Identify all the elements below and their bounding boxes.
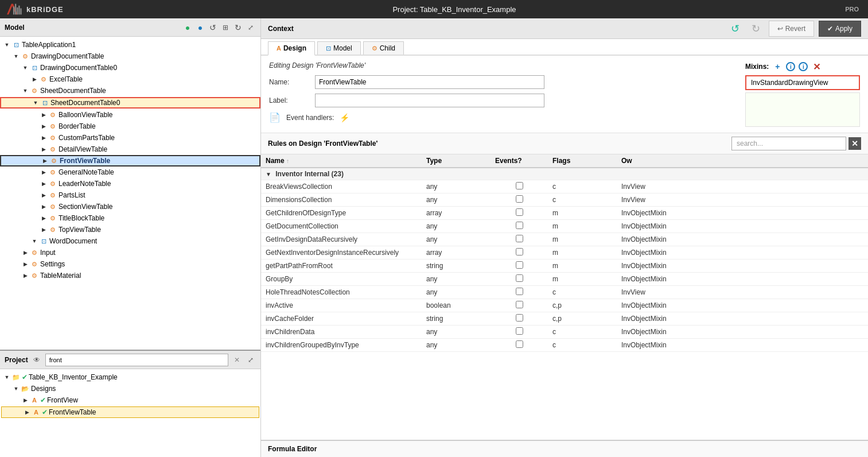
tree-item-worddocument[interactable]: ▼ ⊡ WordDocument — [0, 235, 260, 247]
events-checkbox[interactable] — [516, 274, 523, 282]
project-eye-icon[interactable]: 👁 — [32, 355, 42, 365]
events-checkbox[interactable] — [516, 235, 523, 242]
col-flags[interactable]: Flags — [548, 154, 617, 168]
expander-bvt[interactable]: ▶ — [39, 110, 48, 119]
tree-item-sheetdocumenttable[interactable]: ▼ ⚙ SheetDocumentTable — [0, 85, 260, 96]
rule-row-getnextinventordesigninstancerecursively[interactable]: GetNextInventorDesignInstanceRecursively… — [261, 246, 868, 260]
rule-row-getinvdesigndatarecursively[interactable]: GetInvDesignDataRecursively any m InvObj… — [261, 233, 868, 246]
revert-button[interactable]: ↩ Revert — [769, 21, 814, 37]
col-type[interactable]: Type — [422, 154, 491, 168]
model-icon-undo[interactable]: ↺ — [208, 22, 218, 33]
label-input[interactable] — [315, 94, 544, 107]
expander-svt[interactable]: ▶ — [39, 202, 48, 211]
model-icon-circle-green[interactable]: ● — [182, 22, 193, 33]
rules-search-input[interactable] — [731, 137, 846, 150]
expander-sdt[interactable]: ▼ — [21, 86, 30, 95]
rule-events-invcachefolder[interactable] — [491, 312, 548, 326]
rule-events-getinvdesigndatarecursively[interactable] — [491, 233, 548, 246]
tree-item-partslist[interactable]: ▶ ⚙ PartsList — [0, 189, 260, 201]
expander-fv2[interactable]: ▶ — [21, 396, 30, 405]
expander-designs[interactable]: ▼ — [11, 384, 21, 393]
tree-item-settings[interactable]: ▶ ⚙ Settings — [0, 258, 260, 270]
expander-et[interactable]: ▶ — [30, 75, 39, 84]
tree-item-exceltable[interactable]: ▶ ⚙ ExcelTable — [0, 73, 260, 85]
events-checkbox[interactable] — [516, 222, 523, 229]
tree-item-detailviewtable[interactable]: ▶ ⚙ DetailViewTable — [0, 144, 260, 155]
mixins-info2-button[interactable]: i — [799, 62, 808, 71]
tree-item-leadernotetable[interactable]: ▶ ⚙ LeaderNoteTable — [0, 178, 260, 189]
events-checkbox[interactable] — [516, 261, 523, 269]
redo-button[interactable]: ↻ — [748, 21, 764, 37]
expander-tvt[interactable]: ▶ — [39, 225, 48, 234]
expander-ta1[interactable]: ▼ — [2, 40, 11, 49]
rule-row-dimensionscollection[interactable]: DimensionsCollection any c InvView — [261, 193, 868, 207]
rule-events-invchildrengroupedbyinvtype[interactable] — [491, 339, 548, 352]
events-checkbox[interactable] — [516, 208, 523, 216]
rule-events-holethreadnotescollection[interactable] — [491, 286, 548, 299]
col-events[interactable]: Events? — [491, 154, 548, 168]
rule-row-invcachefolder[interactable]: invCacheFolder string c,p InvObjectMixin — [261, 312, 868, 326]
model-tree[interactable]: ▼ ⊡ TableApplication1 ▼ ⚙ DrawingDocumen… — [0, 37, 260, 350]
rule-events-getpartpathfromroot[interactable] — [491, 260, 548, 273]
mixins-delete-button[interactable]: ✕ — [811, 61, 822, 72]
tree-item-tablematerial[interactable]: ▶ ⚙ TableMaterial — [0, 270, 260, 281]
events-checkbox[interactable] — [516, 301, 523, 308]
expander-inp[interactable]: ▶ — [21, 248, 30, 257]
lightning-icon[interactable]: ⚡ — [340, 113, 349, 122]
rule-events-groupby[interactable] — [491, 273, 548, 286]
expander-set[interactable]: ▶ — [21, 260, 30, 269]
tree-item-frontview[interactable]: ▶ A ✔ FrontView — [0, 394, 260, 406]
rule-events-breakviewscollection[interactable] — [491, 180, 548, 193]
tree-item-designs-folder[interactable]: ▼ 📂 Designs — [0, 383, 260, 394]
model-icon-redo[interactable]: ↻ — [233, 22, 243, 33]
tree-item-generalnotetable[interactable]: ▶ ⚙ GeneralNoteTable — [0, 166, 260, 178]
rule-events-invactive[interactable] — [491, 299, 548, 312]
tree-item-topviewtable[interactable]: ▶ ⚙ TopViewTable — [0, 224, 260, 235]
project-expand-icon[interactable]: ⤢ — [246, 355, 256, 365]
col-name[interactable]: Name ↑ — [261, 154, 422, 168]
rule-events-getdocumentcollection[interactable] — [491, 220, 548, 233]
mixin-item-invstandarddrawingview[interactable]: InvStandardDrawingView — [745, 75, 860, 90]
tree-item-balloonviewtable[interactable]: ▶ ⚙ BalloonViewTable — [0, 109, 260, 121]
tree-item-tableapplication1[interactable]: ▼ ⊡ TableApplication1 — [0, 39, 260, 51]
rules-table-container[interactable]: Name ↑ Type Events? Flags Ow ▼ Inv — [261, 154, 868, 440]
events-checkbox[interactable] — [516, 248, 523, 255]
model-icon-expand[interactable]: ⤢ — [246, 22, 256, 33]
tree-item-titleblocktable[interactable]: ▶ ⚙ TitleBlockTable — [0, 212, 260, 224]
tree-item-frontviewtable[interactable]: ▶ ⚙ FrontViewTable — [0, 155, 260, 166]
name-input[interactable] — [315, 75, 544, 89]
expander-fvt[interactable]: ▶ — [40, 156, 49, 165]
rule-events-dimensionscollection[interactable] — [491, 193, 548, 207]
group-collapse-icon[interactable]: ▼ — [266, 171, 271, 177]
tree-item-frontviewtable-proj[interactable]: ▶ A ✔ FrontViewTable — [1, 406, 259, 418]
project-tree[interactable]: ▼ 📁 ✔ Table_KB_Inventor_Example ▼ 📂 Desi… — [0, 369, 260, 457]
events-checkbox[interactable] — [516, 327, 523, 335]
mixins-add-button[interactable]: + — [772, 61, 783, 72]
group-inventor-internal[interactable]: ▼ Inventor Internal (23) — [261, 168, 868, 180]
model-icon-grid[interactable]: ⊞ — [220, 22, 231, 33]
rule-row-getdocumentcollection[interactable]: GetDocumentCollection any m InvObjectMix… — [261, 220, 868, 233]
events-checkbox[interactable] — [516, 340, 523, 348]
project-clear-icon[interactable]: ✕ — [232, 355, 242, 365]
expander-cpt[interactable]: ▶ — [39, 133, 48, 142]
undo-button[interactable]: ↺ — [727, 21, 744, 37]
expander-tbt[interactable]: ▶ — [39, 214, 48, 223]
events-checkbox[interactable] — [516, 288, 523, 295]
model-icon-circle-blue[interactable]: ● — [195, 22, 205, 33]
rule-row-holethreadnotescollection[interactable]: HoleThreadNotesCollection any c InvView — [261, 286, 868, 299]
expander-lnt[interactable]: ▶ — [39, 179, 48, 188]
tab-design[interactable]: A Design — [268, 41, 315, 56]
rule-row-invchildrendata[interactable]: invChildrenData any c InvObjectMixin — [261, 326, 868, 339]
tree-item-project-root[interactable]: ▼ 📁 ✔ Table_KB_Inventor_Example — [0, 371, 260, 383]
expander-wd[interactable]: ▼ — [30, 237, 39, 246]
rule-row-invchildrengroupedbyinvtype[interactable]: invChildrenGroupedByInvType any c InvObj… — [261, 339, 868, 352]
tree-item-drawingdocumenttable[interactable]: ▼ ⚙ DrawingDocumentTable — [0, 51, 260, 62]
expander-pl[interactable]: ▶ — [39, 191, 48, 200]
rule-row-getchildrenofdesigntype[interactable]: GetChildrenOfDesignType array m InvObjec… — [261, 207, 868, 220]
tab-model[interactable]: ⊡ Model — [317, 41, 361, 55]
events-checkbox[interactable] — [516, 195, 523, 203]
rules-clear-button[interactable]: ✕ — [848, 137, 861, 150]
tree-item-input[interactable]: ▶ ⚙ Input — [0, 247, 260, 258]
rule-events-invchildrendata[interactable] — [491, 326, 548, 339]
expander-sdt0[interactable]: ▼ — [31, 98, 40, 107]
